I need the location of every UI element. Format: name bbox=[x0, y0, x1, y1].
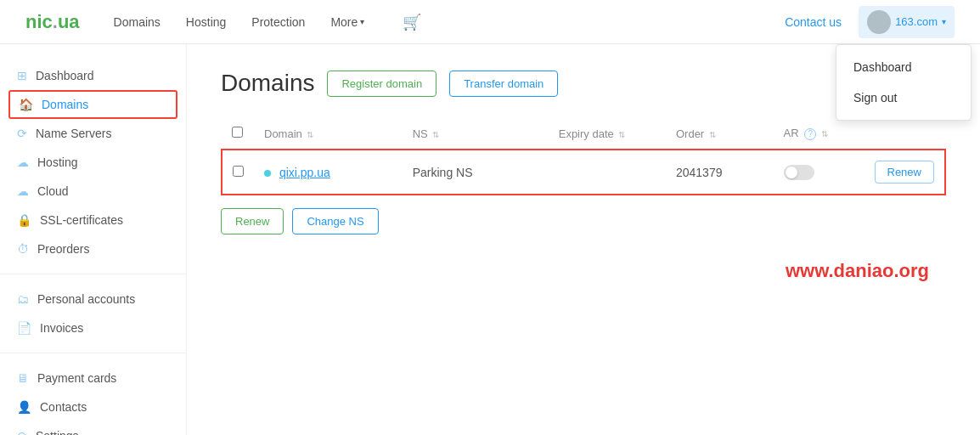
user-arrow-icon: ▾ bbox=[942, 17, 946, 26]
ar-help-icon[interactable]: ? bbox=[804, 128, 816, 140]
row-domain-cell: qixi.pp.ua bbox=[254, 150, 403, 195]
row-order-cell: 2041379 bbox=[666, 150, 774, 195]
ssl-icon: 🔒 bbox=[17, 213, 31, 227]
change-ns-button[interactable]: Change NS bbox=[292, 208, 378, 234]
personal-icon: 🗂 bbox=[17, 292, 29, 306]
nav-hosting[interactable]: Hosting bbox=[186, 15, 226, 29]
sidebar-label-invoices: Invoices bbox=[40, 321, 83, 335]
sidebar-label-payment: Payment cards bbox=[37, 371, 116, 385]
watermark: www.daniao.org bbox=[221, 260, 946, 282]
sidebar-item-hosting[interactable]: ☁ Hosting bbox=[0, 148, 186, 177]
sidebar: ⊞ Dashboard 🏠 Domains ⟳ Name Servers ☁ H… bbox=[0, 44, 187, 435]
sidebar-item-contacts[interactable]: 👤 Contacts bbox=[0, 393, 186, 421]
sidebar-label-cloud: Cloud bbox=[37, 184, 69, 198]
user-account[interactable]: 163.com ▾ bbox=[859, 6, 955, 38]
expiry-sort-icon: ⇅ bbox=[618, 130, 625, 139]
page-title: Domains bbox=[221, 70, 314, 97]
th-expiry[interactable]: Expiry date ⇅ bbox=[549, 118, 666, 150]
nav-protection[interactable]: Protection bbox=[251, 15, 305, 29]
sidebar-divider-1 bbox=[0, 274, 186, 274]
sidebar-label-personal: Personal accounts bbox=[37, 292, 135, 306]
sidebar-item-preorders[interactable]: ⏱ Preorders bbox=[0, 234, 186, 263]
domain-link[interactable]: qixi.pp.ua bbox=[279, 166, 330, 179]
sidebar-label-dashboard: Dashboard bbox=[36, 69, 94, 82]
select-all-checkbox[interactable] bbox=[232, 127, 243, 138]
preorders-icon: ⏱ bbox=[17, 242, 29, 256]
th-domain[interactable]: Domain ⇅ bbox=[254, 118, 403, 150]
table-actions: Renew Change NS bbox=[221, 208, 946, 234]
table-header-row: Domain ⇅ NS ⇅ Expiry date ⇅ Order ⇅ bbox=[222, 118, 945, 150]
avatar bbox=[867, 10, 891, 34]
row-checkbox-cell bbox=[222, 150, 254, 195]
dropdown-signout[interactable]: Sign out bbox=[836, 82, 971, 113]
ar-sort-icon: ⇅ bbox=[821, 129, 828, 138]
sidebar-item-domains[interactable]: 🏠 Domains bbox=[8, 90, 177, 119]
th-action bbox=[865, 118, 946, 150]
sidebar-label-preorders: Preorders bbox=[37, 242, 89, 256]
sidebar-label-hosting: Hosting bbox=[37, 155, 77, 169]
topnav-right: Contact us 163.com ▾ bbox=[785, 6, 955, 38]
user-dropdown: Dashboard Sign out bbox=[836, 44, 972, 121]
dashboard-icon: ⊞ bbox=[17, 69, 27, 82]
page-layout: ⊞ Dashboard 🏠 Domains ⟳ Name Servers ☁ H… bbox=[0, 44, 980, 435]
contact-link[interactable]: Contact us bbox=[785, 15, 842, 29]
order-sort-icon: ⇅ bbox=[709, 130, 716, 139]
ar-toggle[interactable] bbox=[784, 165, 814, 180]
cloud-icon: ☁ bbox=[17, 184, 29, 198]
register-domain-button[interactable]: Register domain bbox=[327, 71, 436, 97]
nav-links: Domains Hosting Protection More ▾ 🛒 bbox=[114, 13, 422, 31]
sidebar-item-invoices[interactable]: 📄 Invoices bbox=[0, 314, 186, 342]
row-checkbox[interactable] bbox=[233, 166, 244, 177]
row-ns-cell: Parking NS bbox=[403, 150, 549, 195]
sidebar-item-nameservers[interactable]: ⟳ Name Servers bbox=[0, 119, 186, 148]
top-navigation: nic.ua Domains Hosting Protection More ▾… bbox=[0, 0, 980, 44]
nav-more[interactable]: More ▾ bbox=[330, 15, 364, 29]
sidebar-divider-2 bbox=[0, 353, 186, 353]
nameservers-icon: ⟳ bbox=[17, 127, 27, 140]
cart-icon[interactable]: 🛒 bbox=[403, 13, 421, 31]
sidebar-item-settings[interactable]: ⊙ Settings bbox=[0, 421, 186, 435]
sidebar-item-dashboard[interactable]: ⊞ Dashboard bbox=[0, 61, 186, 90]
sidebar-label-contacts: Contacts bbox=[40, 400, 87, 414]
sidebar-label-nameservers: Name Servers bbox=[36, 127, 111, 140]
user-domain: 163.com bbox=[895, 15, 938, 28]
renew-button[interactable]: Renew bbox=[875, 161, 934, 184]
hosting-icon: ☁ bbox=[17, 155, 29, 169]
row-action-cell: Renew bbox=[865, 150, 946, 195]
th-checkbox bbox=[222, 118, 254, 150]
row-ar-cell bbox=[774, 150, 865, 195]
sidebar-item-payment[interactable]: 🖥 Payment cards bbox=[0, 364, 186, 393]
payment-icon: 🖥 bbox=[17, 371, 29, 385]
settings-icon: ⊙ bbox=[17, 429, 27, 435]
dropdown-dashboard[interactable]: Dashboard bbox=[836, 52, 971, 82]
domain-sort-icon: ⇅ bbox=[307, 130, 313, 139]
more-chevron-icon: ▾ bbox=[360, 17, 364, 26]
domains-icon: 🏠 bbox=[19, 98, 33, 111]
sidebar-item-ssl[interactable]: 🔒 SSL-certificates bbox=[0, 206, 186, 234]
domains-table: Domain ⇅ NS ⇅ Expiry date ⇅ Order ⇅ bbox=[221, 118, 946, 195]
th-ns[interactable]: NS ⇅ bbox=[403, 118, 549, 150]
row-expiry-cell bbox=[549, 150, 666, 195]
logo[interactable]: nic.ua bbox=[25, 11, 80, 33]
th-ar[interactable]: AR ? ⇅ bbox=[774, 118, 865, 150]
logo-ua: ua bbox=[58, 11, 80, 32]
renew-selected-button[interactable]: Renew bbox=[221, 208, 284, 234]
sidebar-item-cloud[interactable]: ☁ Cloud bbox=[0, 177, 186, 206]
table-row: qixi.pp.ua Parking NS 2041379 bbox=[222, 150, 945, 195]
nav-domains[interactable]: Domains bbox=[114, 15, 161, 29]
sidebar-item-personal[interactable]: 🗂 Personal accounts bbox=[0, 285, 186, 314]
sidebar-label-domains: Domains bbox=[42, 98, 88, 111]
sidebar-label-ssl: SSL-certificates bbox=[40, 213, 123, 227]
transfer-domain-button[interactable]: Transfer domain bbox=[449, 71, 558, 97]
domain-status-dot bbox=[264, 170, 271, 177]
th-order[interactable]: Order ⇅ bbox=[666, 118, 774, 150]
sidebar-label-settings: Settings bbox=[36, 429, 79, 435]
contacts-icon: 👤 bbox=[17, 400, 31, 414]
logo-nic: nic bbox=[25, 11, 53, 32]
invoices-icon: 📄 bbox=[17, 321, 31, 335]
ns-sort-icon: ⇅ bbox=[432, 130, 439, 139]
